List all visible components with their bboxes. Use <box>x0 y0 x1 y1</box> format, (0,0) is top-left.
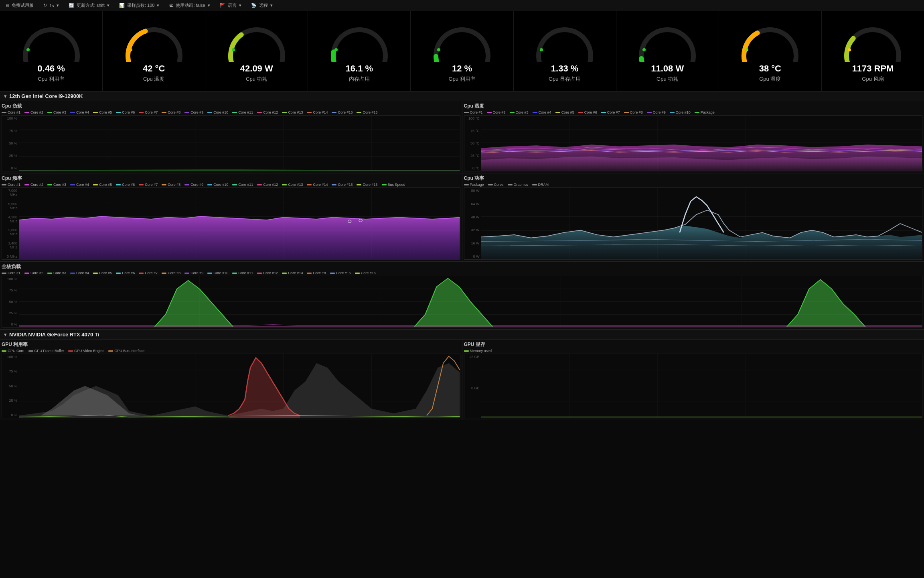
gauge-cpu-power: 42.09 WCpu 功耗 <box>205 11 308 91</box>
gauge-value-cpu-power: 42.09 W <box>240 63 273 74</box>
lang-button[interactable]: 🚩 语言 ▾ <box>220 2 241 8</box>
samples-button[interactable]: 📊 采样点数: 100 ▾ <box>119 2 159 8</box>
legend-color <box>307 273 312 274</box>
all-cores-title: 全核负载 <box>2 263 922 270</box>
svg-marker-56 <box>786 279 865 327</box>
legend-color <box>670 112 675 113</box>
cpu-temp-yaxis: 100 °C75 °C50 °C25 °C0 °C <box>464 116 480 171</box>
legend-label: Core #11 <box>238 110 253 114</box>
legend-label: Core #11 <box>238 271 253 275</box>
legend-color <box>93 273 98 274</box>
legend-color <box>139 273 144 274</box>
legend-item: Core #7 <box>139 271 158 275</box>
legend-item: Core #7 <box>139 183 158 187</box>
remote-button[interactable]: 📡 远程 ▾ <box>251 2 273 8</box>
legend-item: Core #14 <box>307 183 328 187</box>
legend-label: Core #16 <box>361 271 376 275</box>
legend-label: Core #10 <box>213 110 228 114</box>
gauge-value-cpu-util: 0.46 % <box>37 63 65 74</box>
lang-chevron: ▾ <box>239 3 241 8</box>
legend-label: Core #10 <box>213 183 228 187</box>
animation-button[interactable]: 📽 使用动画: false ▾ <box>169 2 210 8</box>
legend-color <box>24 112 29 113</box>
legend-label: Core #14 <box>313 183 328 187</box>
legend-color <box>355 273 360 274</box>
gauge-label-gpu-temp: Gpu 温度 <box>759 75 781 83</box>
trial-button[interactable]: 🖥 免费试用版 <box>5 2 34 8</box>
legend-color <box>70 184 75 185</box>
remote-label: 远程 <box>259 2 268 8</box>
legend-label: Core #8 <box>168 110 180 114</box>
legend-item: Core #11 <box>232 110 253 114</box>
legend-label: Core #5 <box>561 110 574 114</box>
refresh-button[interactable]: ↻ 1s ▾ <box>43 3 59 8</box>
legend-item: Core #1 <box>2 110 20 114</box>
legend-color <box>332 112 336 113</box>
legend-label: Core #4 <box>76 110 89 114</box>
legend-color <box>257 184 262 185</box>
legend-item: Core #2 <box>24 183 43 187</box>
legend-item: Core #6 <box>116 271 135 275</box>
legend-item: Core #6 <box>116 183 135 187</box>
legend-color <box>162 184 166 185</box>
legend-label: GPU Frame Buffer <box>34 349 64 353</box>
samples-label: 采样点数: 100 <box>127 2 154 8</box>
gauge-mem-usage: 16.1 %内存占用 <box>308 11 411 91</box>
legend-color <box>70 112 75 113</box>
gauge-label-cpu-temp: Cpu 温度 <box>143 75 164 83</box>
cpu-load-inner <box>19 116 460 171</box>
gauge-value-mem-usage: 16.1 % <box>346 63 373 74</box>
collapse-cpu-icon[interactable]: ▾ <box>4 93 7 99</box>
legend-color <box>601 112 606 113</box>
remote-icon: 📡 <box>251 3 257 8</box>
legend-label: Core #1 <box>470 110 483 114</box>
legend-label: Core #15 <box>336 271 351 275</box>
gauge-value-gpu-temp: 38 °C <box>759 63 781 74</box>
y-axis-label: 4,200 MHz <box>3 215 17 223</box>
gauge-value-gpu-power: 11.08 W <box>651 63 684 74</box>
legend-color <box>532 184 537 185</box>
refresh-chevron: ▾ <box>57 3 59 8</box>
update-button[interactable]: 🔄 更新方式: shift ▾ <box>69 2 109 8</box>
y-axis-label: 7,000 MHz <box>3 189 17 197</box>
gpu-util-svg <box>19 354 460 418</box>
legend-color <box>2 112 6 113</box>
legend-item: Core #5 <box>93 110 112 114</box>
all-cores-panel: 全核负载 Core #1Core #2Core #3Core #4Core #5… <box>0 262 924 330</box>
gauge-svg-mem-usage <box>327 22 391 62</box>
legend-color <box>232 184 237 185</box>
cpu-power-chart: 80 W64 W48 W32 W16 W0 W <box>464 187 923 260</box>
legend-item: Core #2 <box>24 271 43 275</box>
legend-item: Package <box>695 110 715 114</box>
all-cores-chart: 100 % 75 % 50 % 25 % 0 % <box>2 276 922 328</box>
legend-item: Core #2 <box>487 110 506 114</box>
legend-label: Package <box>701 110 715 114</box>
legend-item: Core #16 <box>355 271 376 275</box>
legend-color <box>207 273 212 274</box>
legend-item: Core #6 <box>116 110 135 114</box>
legend-item: Core #3 <box>510 110 529 114</box>
samples-icon: 📊 <box>119 3 125 8</box>
legend-label: GPU Bus Interface <box>114 349 144 353</box>
legend-color <box>139 112 144 113</box>
legend-label: Core #16 <box>363 110 377 114</box>
legend-label: Core #15 <box>338 183 353 187</box>
y-axis-label: 0 % <box>3 166 17 170</box>
svg-marker-26 <box>481 144 922 171</box>
y-axis-label: 0 MHz <box>3 254 17 258</box>
legend-label: Core #9 <box>190 183 203 187</box>
legend-label: Core +8 <box>313 271 326 275</box>
gpu-charts-row: GPU 利用率 GPU CoreGPU Frame BufferGPU Vide… <box>0 340 924 420</box>
legend-label: Core #8 <box>630 110 643 114</box>
legend-item: Core #16 <box>357 183 377 187</box>
legend-item: GPU Core <box>2 349 24 353</box>
legend-label: Core #6 <box>122 110 135 114</box>
legend-item: Cores <box>488 183 504 187</box>
legend-color <box>139 184 144 185</box>
gauge-value-gpu-fan: 1173 RPM <box>852 63 894 74</box>
legend-label: Core #12 <box>263 271 278 275</box>
legend-color <box>2 184 6 185</box>
legend-label: Core #5 <box>99 183 112 187</box>
svg-point-7 <box>745 48 748 51</box>
collapse-gpu-icon[interactable]: ▾ <box>4 332 7 338</box>
